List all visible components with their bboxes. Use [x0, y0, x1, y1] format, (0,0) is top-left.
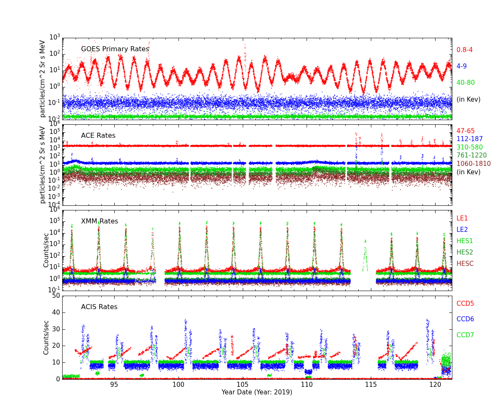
figure: GOES Primary Ratesparticles/cm^2 Sr s Me… — [0, 0, 504, 420]
x-axis-label: Year Date (Year: 2019) — [194, 388, 320, 396]
plot-canvas — [0, 0, 504, 420]
